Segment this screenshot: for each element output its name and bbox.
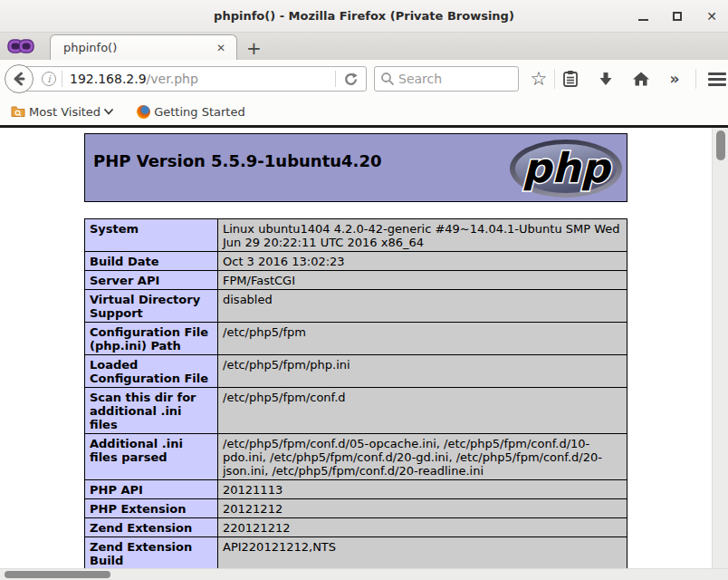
close-button[interactable]: ✕	[704, 9, 719, 24]
maximize-icon	[673, 12, 682, 21]
info-label-cell: Loaded Configuration File	[85, 355, 218, 388]
url-host: 192.168.2.9	[70, 72, 147, 86]
url-bar[interactable]: i 192.168.2.9/ver.php	[19, 66, 367, 92]
table-row: Server API FPM/FastCGI	[85, 271, 627, 290]
window-title: phpinfo() - Mozilla Firefox (Private Bro…	[214, 9, 514, 23]
close-icon: ✕	[706, 10, 717, 23]
minimize-icon	[638, 19, 648, 21]
php-logo: php	[509, 139, 623, 202]
info-label-cell: PHP Extension	[85, 499, 218, 518]
info-label-cell: Virtual Directory Support	[85, 290, 218, 323]
back-arrow-icon	[11, 71, 27, 87]
table-row: Additional .ini files parsed /etc/php5/f…	[85, 434, 627, 480]
toolbar-divider	[695, 69, 696, 89]
info-label-cell: Zend Extension Build	[85, 537, 218, 569]
info-value-cell: Linux ubuntu1404 4.2.0-42-generic #49~14…	[218, 219, 627, 252]
new-tab-button[interactable]: +	[237, 39, 271, 60]
php-version-header: PHP Version 5.5.9-1ubuntu4.20	[84, 133, 627, 202]
info-value-cell: /etc/php5/fpm	[218, 323, 627, 355]
reload-icon	[343, 72, 359, 87]
home-button[interactable]	[627, 65, 655, 92]
table-row: System Linux ubuntu1404 4.2.0-42-generic…	[85, 219, 627, 252]
folder-search-icon	[11, 105, 25, 118]
url-divider	[335, 71, 336, 87]
star-icon: ☆	[531, 70, 548, 89]
horizontal-scrollbar-thumb[interactable]	[5, 571, 110, 578]
info-value-cell: FPM/FastCGI	[218, 271, 627, 290]
minimize-button[interactable]	[636, 9, 650, 24]
info-value-cell: Oct 3 2016 13:02:23	[218, 252, 627, 271]
overflow-menu-button[interactable]: »	[661, 65, 688, 92]
chevron-down-icon	[104, 109, 113, 115]
bookmarks-menu-button[interactable]	[557, 65, 584, 92]
bookmark-star-button[interactable]: ☆	[525, 65, 552, 92]
reload-button[interactable]	[343, 72, 366, 87]
back-button[interactable]	[5, 64, 34, 93]
info-value-cell: disabled	[218, 290, 627, 323]
info-value-cell: /etc/php5/fpm/conf.d	[218, 388, 627, 434]
info-label-cell: Server API	[85, 271, 218, 290]
info-value-cell: 20121113	[218, 480, 627, 499]
info-value-cell: 220121212	[218, 518, 627, 537]
table-row: Zend Extension Build API220121212,NTS	[85, 537, 627, 569]
site-info-icon[interactable]: i	[42, 72, 56, 86]
window-controls: ✕	[636, 0, 719, 33]
table-row: Scan this dir for additional .ini files …	[85, 388, 627, 434]
maximize-button[interactable]	[670, 9, 685, 24]
info-value-cell: /etc/php5/fpm/php.ini	[218, 355, 627, 388]
tab-bar: phpinfo() ✕ +	[0, 33, 728, 60]
svg-text:php: php	[522, 144, 612, 192]
info-label-cell: Build Date	[85, 252, 218, 271]
tab-phpinfo[interactable]: phpinfo() ✕	[50, 34, 237, 60]
vertical-scrollbar-thumb[interactable]	[716, 130, 725, 160]
window-titlebar: phpinfo() - Mozilla Firefox (Private Bro…	[0, 0, 728, 33]
downloads-button[interactable]	[592, 65, 619, 92]
firefox-icon	[137, 105, 150, 119]
tab-close-icon[interactable]: ✕	[213, 41, 229, 55]
browser-viewport: PHP Version 5.5.9-1ubuntu4.20	[0, 128, 728, 568]
search-box[interactable]	[374, 66, 519, 92]
info-label-cell: Configuration File (php.ini) Path	[85, 323, 218, 355]
toolbar-icons: ☆ »	[525, 60, 728, 98]
table-row: Zend Extension 220121212	[85, 518, 627, 537]
horizontal-scrollbar[interactable]	[0, 568, 728, 580]
navigation-toolbar: i 192.168.2.9/ver.php ☆	[0, 60, 728, 98]
search-icon	[380, 72, 395, 86]
menu-button[interactable]	[704, 65, 728, 92]
bookmark-label: Most Visited	[29, 105, 101, 119]
chevrons-icon: »	[670, 72, 680, 87]
info-value-cell: /etc/php5/fpm/conf.d/05-opcache.ini, /et…	[218, 434, 627, 480]
url-path: /ver.php	[147, 72, 198, 86]
bookmarks-toolbar: Most Visited Getting Started	[0, 98, 728, 125]
info-value-cell: 20121212	[218, 499, 627, 518]
bookmark-getting-started[interactable]: Getting Started	[131, 102, 251, 121]
tab-title: phpinfo()	[63, 41, 213, 54]
bookmark-label: Getting Started	[154, 105, 245, 119]
table-row: Virtual Directory Support disabled	[85, 290, 627, 323]
info-value-cell: API220121212,NTS	[218, 537, 627, 569]
home-icon	[632, 71, 650, 87]
hamburger-icon	[708, 72, 726, 86]
table-row: Loaded Configuration File /etc/php5/fpm/…	[85, 355, 627, 388]
url-divider	[62, 71, 62, 87]
table-row: Configuration File (php.ini) Path /etc/p…	[85, 323, 627, 355]
info-label-cell: Additional .ini files parsed	[85, 434, 218, 480]
info-label-cell: System	[85, 219, 218, 252]
table-row: PHP Extension 20121212	[85, 499, 627, 518]
php-version-title: PHP Version 5.5.9-1ubuntu4.20	[93, 151, 381, 170]
download-icon	[598, 71, 614, 88]
vertical-scrollbar[interactable]	[712, 128, 728, 568]
clipboard-icon	[562, 70, 579, 88]
info-label-cell: Scan this dir for additional .ini files	[85, 388, 218, 434]
url-text[interactable]: 192.168.2.9/ver.php	[70, 72, 335, 86]
table-row: PHP API 20121113	[85, 480, 627, 499]
info-label-cell: Zend Extension	[85, 518, 218, 537]
private-browsing-mask-icon	[7, 37, 34, 59]
bookmark-most-visited[interactable]: Most Visited	[5, 102, 119, 121]
search-input[interactable]	[398, 72, 512, 86]
info-label-cell: PHP API	[85, 480, 218, 499]
toolbar-divider	[554, 69, 555, 89]
php-info-table: System Linux ubuntu1404 4.2.0-42-generic…	[84, 218, 627, 568]
phpinfo-page: PHP Version 5.5.9-1ubuntu4.20	[0, 128, 712, 568]
table-row: Build Date Oct 3 2016 13:02:23	[85, 252, 627, 271]
